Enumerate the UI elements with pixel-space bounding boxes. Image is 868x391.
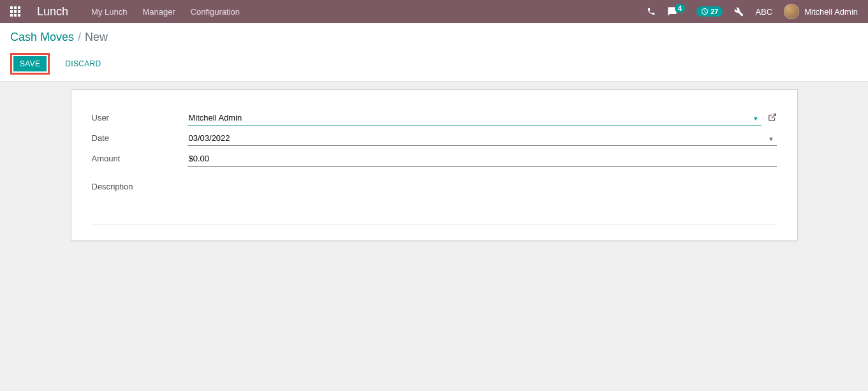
user-row: User ▼	[92, 110, 777, 126]
messages-badge: 4	[675, 4, 685, 13]
nav-manager[interactable]: Manager	[142, 7, 175, 17]
description-field[interactable]	[188, 179, 777, 194]
tools-icon[interactable]	[734, 7, 744, 17]
save-highlight: SAVE	[10, 53, 50, 75]
nav-configuration[interactable]: Configuration	[191, 7, 240, 17]
save-button[interactable]: SAVE	[13, 56, 47, 71]
phone-icon[interactable]	[647, 7, 656, 16]
form-sheet: User ▼ Date ▼ Amount	[71, 89, 798, 241]
username: Mitchell Admin	[804, 7, 858, 17]
main-navbar: Lunch My Lunch Manager Configuration 4 2…	[0, 0, 868, 23]
control-panel: Cash Moves / New SAVE DISCARD	[0, 23, 868, 82]
form-divider	[92, 225, 777, 225]
messages-icon[interactable]: 4	[667, 6, 685, 17]
action-buttons: SAVE DISCARD	[10, 53, 858, 75]
amount-row: Amount	[92, 151, 777, 166]
description-row: Description	[92, 179, 777, 194]
activities-badge: 27	[710, 8, 718, 15]
date-field[interactable]	[188, 131, 777, 146]
navbar-left: Lunch My Lunch Manager Configuration	[10, 5, 240, 18]
app-brand[interactable]: Lunch	[37, 5, 68, 18]
external-link-icon[interactable]	[768, 113, 777, 124]
navbar-right: 4 27 ABC Mitchell Admin	[647, 4, 858, 19]
nav-menu: My Lunch Manager Configuration	[91, 7, 240, 17]
user-field[interactable]	[188, 110, 761, 126]
amount-label: Amount	[92, 151, 188, 163]
description-label: Description	[92, 179, 188, 191]
nav-my-lunch[interactable]: My Lunch	[91, 7, 127, 17]
breadcrumb-parent[interactable]: Cash Moves	[10, 31, 74, 44]
user-menu[interactable]: Mitchell Admin	[784, 4, 858, 19]
date-label: Date	[92, 131, 188, 143]
discard-button[interactable]: DISCARD	[57, 56, 108, 71]
avatar	[784, 4, 799, 19]
activities-icon[interactable]: 27	[696, 6, 723, 17]
amount-field[interactable]	[188, 151, 777, 166]
form-background: User ▼ Date ▼ Amount	[0, 82, 868, 391]
date-row: Date ▼	[92, 131, 777, 146]
user-label: User	[92, 110, 188, 122]
company-selector[interactable]: ABC	[755, 7, 772, 17]
apps-icon[interactable]	[10, 6, 20, 17]
breadcrumb: Cash Moves / New	[10, 31, 858, 44]
breadcrumb-current: New	[85, 31, 108, 44]
breadcrumb-separator: /	[78, 31, 81, 44]
